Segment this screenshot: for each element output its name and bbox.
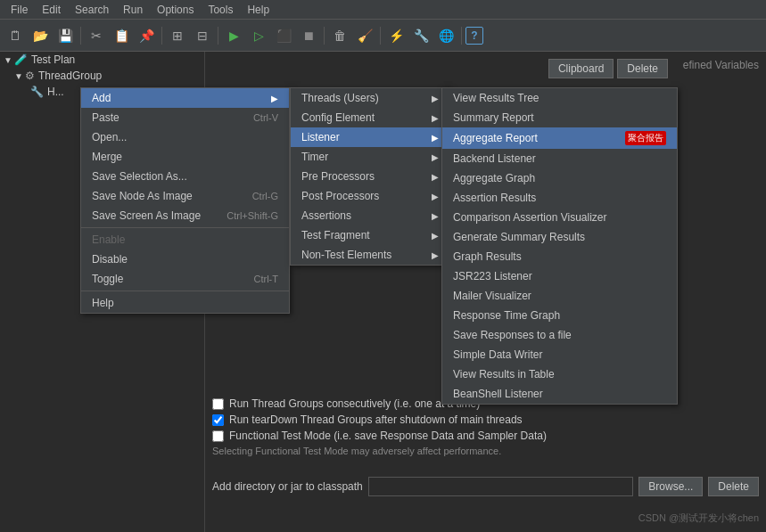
- listener-view-table[interactable]: View Results in Table: [442, 364, 677, 384]
- function-button[interactable]: ⚡: [384, 24, 408, 47]
- context-add[interactable]: Add ▶: [81, 88, 289, 108]
- listener-beanshell[interactable]: BeanShell Listener: [442, 384, 677, 404]
- tree-item-threadgroup[interactable]: ▼ ⚙ ThreadGroup: [0, 68, 204, 84]
- browse-button[interactable]: Browse...: [638, 477, 703, 496]
- play-button[interactable]: ▶: [222, 24, 245, 47]
- functional-mode-hint: Selecting Functional Test Mode may adver…: [212, 446, 759, 456]
- delete-button[interactable]: Delete: [617, 59, 668, 78]
- functional-mode-checkbox[interactable]: [212, 430, 224, 442]
- http-icon: 🔧: [30, 86, 44, 98]
- listener-generate-summary[interactable]: Generate Summary Results: [442, 227, 677, 247]
- context-save-screen-image[interactable]: Save Screen As Image Ctrl+Shift-G: [81, 206, 289, 225]
- play-threads-button[interactable]: ▷: [247, 24, 270, 47]
- context-add-arrow: ▶: [271, 94, 278, 103]
- classpath-input[interactable]: [368, 477, 634, 496]
- listener-comparison-assertion[interactable]: Comparison Assertion Visualizer: [442, 208, 677, 227]
- submenu-test-fragment-label: Test Fragment: [301, 229, 370, 241]
- listener-save-responses-label: Save Responses to a file: [453, 329, 572, 341]
- clipboard-button[interactable]: Clipboard: [548, 59, 614, 78]
- listener-summary-report[interactable]: Summary Report: [442, 108, 677, 127]
- context-save-node-image[interactable]: Save Node As Image Ctrl-G: [81, 186, 289, 206]
- listener-aggregate-graph[interactable]: Aggregate Graph: [442, 168, 677, 188]
- template-button[interactable]: 🔧: [409, 24, 432, 47]
- context-save-node-shortcut: Ctrl-G: [252, 191, 278, 201]
- remote-start-button[interactable]: 🌐: [434, 24, 457, 47]
- stop-button[interactable]: ⬛: [272, 24, 295, 47]
- submenu-threads[interactable]: Threads (Users) ▶: [291, 88, 449, 108]
- expand-button[interactable]: ⊞: [166, 24, 189, 47]
- separator-1: [80, 27, 81, 45]
- context-help[interactable]: Help: [81, 293, 289, 313]
- submenu-pre-label: Pre Processors: [301, 170, 375, 183]
- tree-item-testplan[interactable]: ▼ 🧪 Test Plan: [0, 52, 204, 68]
- submenu-post-processors[interactable]: Post Processors ▶: [291, 186, 449, 206]
- listener-beanshell-label: BeanShell Listener: [453, 388, 543, 400]
- submenu-timer[interactable]: Timer ▶: [291, 147, 449, 167]
- submenu-assertions-arrow: ▶: [432, 211, 439, 221]
- stop-now-button[interactable]: ⏹: [297, 24, 320, 47]
- context-merge-label: Merge: [92, 151, 122, 163]
- delete-classpath-button[interactable]: Delete: [708, 477, 759, 496]
- listener-graph-results[interactable]: Graph Results: [442, 247, 677, 266]
- menu-bar: File Edit Search Run Options Tools Help: [0, 0, 766, 20]
- clear-button[interactable]: 🗑: [328, 24, 351, 47]
- listener-assertion-results[interactable]: Assertion Results: [442, 188, 677, 208]
- listener-aggregate-graph-label: Aggregate Graph: [453, 172, 535, 184]
- listener-view-results-tree[interactable]: View Results Tree: [442, 88, 677, 108]
- copy-button[interactable]: 📋: [110, 24, 133, 47]
- listener-aggregate-report-label: Aggregate Report: [453, 132, 538, 144]
- classpath-label: Add directory or jar to classpath: [212, 480, 363, 493]
- listener-summary-report-label: Summary Report: [453, 111, 534, 124]
- cut-button[interactable]: ✂: [85, 24, 108, 47]
- submenu-listener[interactable]: Listener ▶: [291, 127, 449, 147]
- context-save-selection-label: Save Selection As...: [92, 170, 187, 183]
- save-button[interactable]: 💾: [54, 24, 77, 47]
- clear-all-button[interactable]: 🧹: [353, 24, 376, 47]
- context-disable[interactable]: Disable: [81, 250, 289, 269]
- listener-mailer[interactable]: Mailer Visualizer: [442, 286, 677, 306]
- paste-button[interactable]: 📌: [135, 24, 158, 47]
- submenu-timer-label: Timer: [301, 151, 328, 163]
- listener-simple-data-writer[interactable]: Simple Data Writer: [442, 345, 677, 364]
- submenu-test-fragment[interactable]: Test Fragment ▶: [291, 225, 449, 245]
- arrow-threadgroup: ▼: [14, 71, 23, 81]
- context-toggle-shortcut: Ctrl-T: [254, 274, 279, 284]
- open-button[interactable]: 📂: [29, 24, 52, 47]
- listener-backend[interactable]: Backend Listener: [442, 149, 677, 168]
- context-menu: Add ▶ Paste Ctrl-V Open... Merge Save Se…: [80, 87, 290, 314]
- collapse-button[interactable]: ⊟: [191, 24, 214, 47]
- submenu-post-label: Post Processors: [301, 190, 379, 202]
- menu-file[interactable]: File: [4, 2, 35, 18]
- listener-jsr223[interactable]: JSR223 Listener: [442, 266, 677, 286]
- separator-5: [380, 27, 381, 45]
- listener-save-responses[interactable]: Save Responses to a file: [442, 325, 677, 345]
- run-teardown-checkbox[interactable]: [212, 414, 224, 426]
- separator-2: [161, 27, 162, 45]
- menu-run[interactable]: Run: [116, 2, 150, 18]
- submenu-pre-processors[interactable]: Pre Processors ▶: [291, 167, 449, 186]
- help-toolbar-button[interactable]: ?: [465, 27, 483, 45]
- submenu-non-test[interactable]: Non-Test Elements ▶: [291, 245, 449, 265]
- submenu-test-fragment-arrow: ▶: [432, 231, 439, 241]
- menu-search[interactable]: Search: [68, 2, 116, 18]
- listener-graph-results-label: Graph Results: [453, 250, 522, 263]
- menu-edit[interactable]: Edit: [35, 2, 68, 18]
- new-button[interactable]: 🗒: [4, 24, 27, 47]
- context-merge[interactable]: Merge: [81, 147, 289, 167]
- context-save-selection[interactable]: Save Selection As...: [81, 167, 289, 186]
- context-add-label: Add: [92, 92, 111, 104]
- submenu-config[interactable]: Config Element ▶: [291, 108, 449, 127]
- menu-tools[interactable]: Tools: [201, 2, 240, 18]
- run-teardown-label: Run tearDown Thread Groups after shutdow…: [229, 413, 523, 426]
- listener-aggregate-report[interactable]: Aggregate Report 聚合报告: [442, 127, 677, 149]
- context-toggle[interactable]: Toggle Ctrl-T: [81, 269, 289, 289]
- menu-help[interactable]: Help: [240, 2, 276, 18]
- context-paste-shortcut: Ctrl-V: [253, 112, 278, 123]
- context-paste[interactable]: Paste Ctrl-V: [81, 108, 289, 127]
- submenu-assertions[interactable]: Assertions ▶: [291, 206, 449, 225]
- listener-generate-summary-label: Generate Summary Results: [453, 231, 585, 243]
- run-consecutive-checkbox[interactable]: [212, 398, 224, 410]
- context-open[interactable]: Open...: [81, 127, 289, 147]
- menu-options[interactable]: Options: [150, 2, 201, 18]
- listener-response-time-graph[interactable]: Response Time Graph: [442, 306, 677, 325]
